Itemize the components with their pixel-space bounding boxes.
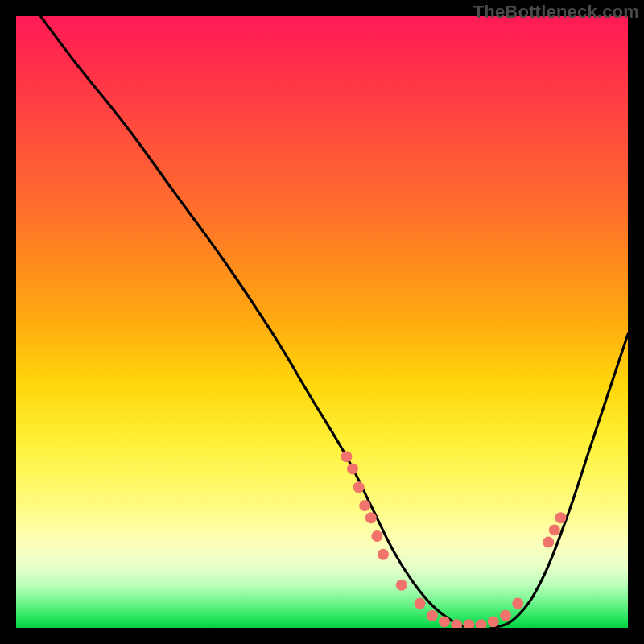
watermark-text: TheBottleneck.com [473,2,639,23]
curve-marker [463,619,474,628]
curve-marker [353,481,365,493]
curve-marker [439,616,450,627]
curve-marker [476,619,487,628]
curve-marker [500,610,511,621]
curve-marker [555,512,566,523]
curve-marker [549,524,560,535]
curve-marker [341,451,352,462]
curve-marker [427,610,438,621]
curve-marker [378,549,389,560]
bottleneck-curve-path [40,16,628,628]
curve-marker [512,598,523,609]
chart-svg [16,16,628,628]
curve-marker [347,463,358,474]
curve-marker [396,580,407,591]
curve-marker [415,598,426,609]
bottleneck-curve [40,16,628,628]
curve-marker [543,537,554,548]
chart-frame [16,16,628,628]
curve-marker [488,616,499,627]
curve-markers [341,451,566,628]
curve-marker [365,512,377,523]
curve-marker [371,530,382,542]
curve-marker [359,500,370,511]
